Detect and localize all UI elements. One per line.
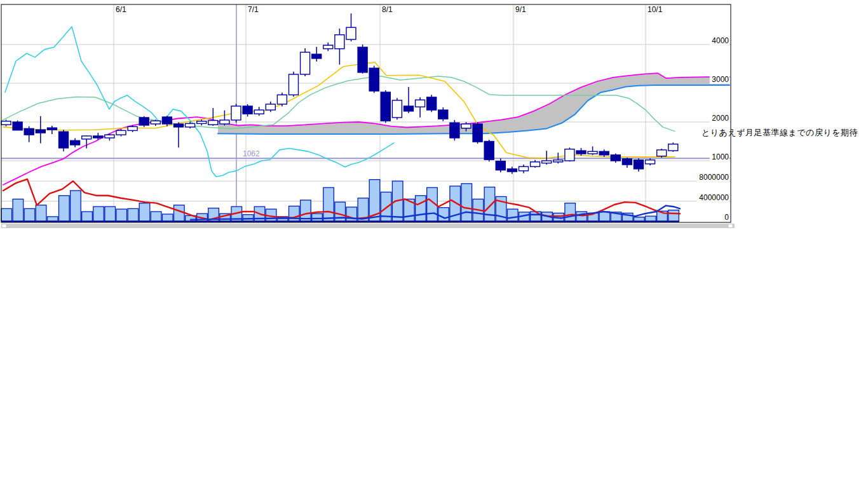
candle-body	[657, 150, 667, 156]
candle-body	[301, 52, 310, 74]
candle-body	[622, 159, 632, 165]
volume-bar	[36, 205, 46, 221]
trading-chart-page: { "annotation": { "text": "とりあえず月足基準線までの…	[0, 0, 868, 488]
candle-body	[208, 121, 218, 125]
candle-body	[289, 74, 299, 95]
volume-bar	[93, 207, 104, 221]
volume-bar	[599, 212, 610, 221]
volume-bar	[13, 199, 24, 221]
candle-body	[611, 155, 620, 161]
volume-bar	[323, 187, 334, 221]
scrollbar-right-arrow[interactable]	[728, 224, 733, 228]
plot-border	[1, 4, 731, 222]
candle-body	[507, 169, 517, 172]
candle-body	[346, 27, 356, 39]
volume-bar	[565, 203, 576, 221]
candle-body	[24, 128, 34, 135]
candle-body	[93, 136, 103, 138]
candle-body	[266, 104, 275, 110]
volume-bar	[59, 196, 70, 221]
candle-body	[151, 121, 160, 124]
volume-bar	[162, 214, 173, 221]
month-label: 6/1	[116, 5, 126, 14]
gridlines	[1, 4, 731, 222]
volume-bar	[668, 210, 679, 221]
candle-body	[404, 106, 414, 111]
scrollbar	[1, 224, 735, 228]
candle-body	[531, 162, 540, 166]
candle-body	[599, 151, 609, 154]
candle-body	[646, 160, 655, 164]
candle-body	[312, 54, 322, 58]
candle-body	[13, 122, 22, 130]
candle-body	[553, 160, 563, 162]
candle-body	[335, 35, 344, 49]
volume-bar	[507, 209, 518, 221]
axis-tick-label: 4000000	[699, 193, 729, 202]
candle-body	[588, 151, 597, 154]
candle-body	[1, 121, 11, 125]
axis-labels: 6/17/18/19/110/1400030002000100080000004…	[116, 5, 729, 222]
chart-canvas: 6/17/18/19/110/1400030002000100080000004…	[0, 0, 868, 488]
candle-body	[231, 106, 241, 120]
volume-bar	[174, 205, 185, 221]
volume-bar	[1, 208, 12, 221]
volume-bar	[438, 208, 449, 221]
volume-bar	[139, 203, 150, 221]
candle-body	[116, 130, 126, 135]
candle-body	[254, 110, 264, 114]
volume-bar	[531, 212, 541, 221]
candle-body	[519, 166, 529, 171]
candle-body	[71, 140, 80, 145]
scrollbar-left-arrow[interactable]	[2, 224, 6, 228]
volume-bar	[484, 187, 495, 221]
candle-body	[381, 92, 390, 121]
candle-body	[47, 128, 57, 130]
candle-body	[243, 106, 252, 114]
scrollbar-track[interactable]	[1, 224, 735, 228]
candle-body	[668, 144, 678, 151]
candle-body	[174, 124, 184, 127]
candle-body	[438, 110, 448, 119]
volume-bar	[243, 215, 254, 221]
candle-body	[82, 136, 92, 139]
candle-body	[186, 123, 195, 126]
candle-body	[162, 117, 172, 124]
volume-bar	[576, 212, 587, 221]
month-label: 10/1	[648, 5, 663, 14]
axis-tick-label: 3000	[712, 75, 729, 84]
candle-body	[369, 68, 379, 91]
candle-body	[323, 45, 333, 48]
candle-body	[277, 95, 287, 104]
candle-body	[427, 97, 437, 110]
volume-bar	[461, 184, 472, 221]
volume-bar	[24, 208, 35, 221]
stock-chart: 6/17/18/19/110/1400030002000100080000004…	[0, 0, 868, 488]
candle-body	[461, 124, 471, 128]
volume-bar	[82, 212, 93, 221]
axis-tick-label: 8000000	[699, 173, 729, 182]
month-label: 9/1	[515, 5, 526, 14]
candle-body	[392, 100, 402, 118]
candle-body	[36, 130, 45, 133]
volume-bar	[71, 191, 81, 221]
candle-body	[542, 161, 552, 163]
chart-annotation-text: とりあえず月足基準線までの戻りを期待	[702, 127, 858, 139]
candle-body	[416, 100, 425, 107]
axis-tick-label: 1000	[712, 152, 729, 161]
candle-body	[565, 149, 574, 161]
candle-body	[473, 124, 482, 142]
axis-tick-label: 4000	[712, 36, 729, 45]
candle-body	[634, 160, 644, 169]
candle-body	[105, 135, 114, 138]
volume-bar	[47, 217, 58, 221]
axis-tick-label: 0	[724, 213, 729, 222]
volume-bar	[416, 196, 426, 221]
candle-body	[59, 132, 69, 148]
candle-body	[139, 118, 149, 125]
volume-bar	[105, 207, 116, 221]
volume-bar	[646, 216, 656, 221]
candle-body	[128, 126, 137, 130]
volume-bar	[128, 208, 139, 221]
candle-body	[358, 47, 367, 72]
